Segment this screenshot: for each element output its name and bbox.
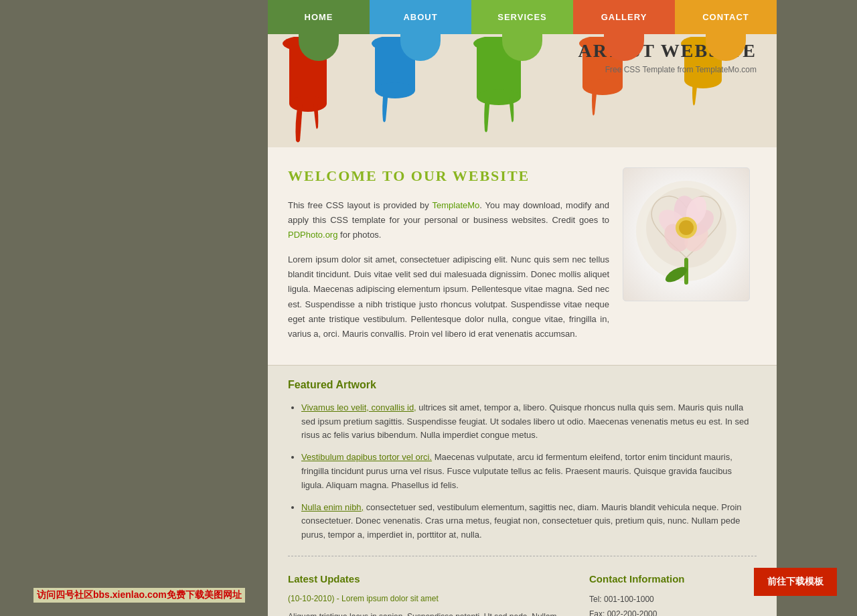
latest-updates-section: Latest Updates (10-10-2010) - Lorem ipsu… <box>288 573 569 616</box>
svg-point-11 <box>582 79 623 95</box>
contact-info-section: Contact Information Tel: 001-100-1000 Fa… <box>589 573 757 616</box>
list-item: Vivamus leo velit, convallis id, ultrice… <box>301 401 757 443</box>
nav-about[interactable]: ABOUT <box>370 0 471 34</box>
welcome-paragraph1: This free CSS layout is provided by Temp… <box>288 198 609 242</box>
welcome-heading: WELCOME TO OUR WEBSITE <box>288 167 609 185</box>
latest-text-1: Aliquam tristique lacus in sapien. Suspe… <box>288 611 569 616</box>
svg-point-8 <box>477 89 521 105</box>
nav-gallery[interactable]: GALLERY <box>573 0 675 34</box>
download-button[interactable]: 前往下载模板 <box>754 568 837 596</box>
site-subtitle: Free CSS Template from TemplateMo.com <box>578 65 757 74</box>
featured-title: Featured Artwork <box>288 379 757 391</box>
flower-image <box>623 167 750 301</box>
divider <box>288 556 757 556</box>
nav-services[interactable]: SERVICES <box>471 0 573 34</box>
featured-text-3: consectetuer sed, vestibulum elementum, … <box>301 502 742 540</box>
contact-title: Contact Information <box>589 573 757 585</box>
svg-point-2 <box>289 96 327 112</box>
list-item: Vestibulum dapibus tortor vel orci. Maec… <box>301 451 757 492</box>
featured-list: Vivamus leo velit, convallis id, ultrice… <box>288 401 757 542</box>
templatemo-link[interactable]: TemplateMo <box>433 200 480 210</box>
nav-contact[interactable]: CONTACT <box>675 0 777 34</box>
list-item: Nulla enim nibh, consectetuer sed, vesti… <box>301 501 757 542</box>
watermark: 访问四号社区bbs.xienlao.com免费下载美图网址 <box>33 588 245 603</box>
latest-link-1[interactable]: (10-10-2010) - Lorem ipsum dolor sit ame… <box>288 594 439 603</box>
nav-home[interactable]: HOME <box>268 0 370 34</box>
contact-tel: Tel: 001-100-1000 <box>589 593 757 607</box>
svg-point-5 <box>375 82 415 98</box>
featured-link-3[interactable]: Nulla enim nibh, <box>301 502 364 512</box>
featured-link-2[interactable]: Vestibulum dapibus tortor vel orci. <box>301 452 432 462</box>
contact-fax: Fax: 002-200-2000 <box>589 607 757 616</box>
latest-title: Latest Updates <box>288 573 569 585</box>
welcome-paragraph2: Lorem ipsum dolor sit amet, consectetuer… <box>288 252 609 341</box>
svg-point-14 <box>684 72 722 88</box>
featured-link-1[interactable]: Vivamus leo velit, convallis id, <box>301 402 416 412</box>
featured-artwork-section: Featured Artwork Vivamus leo velit, conv… <box>288 379 757 542</box>
pdphoto-link[interactable]: PDPhoto.org <box>288 230 337 240</box>
svg-point-24 <box>679 220 694 235</box>
